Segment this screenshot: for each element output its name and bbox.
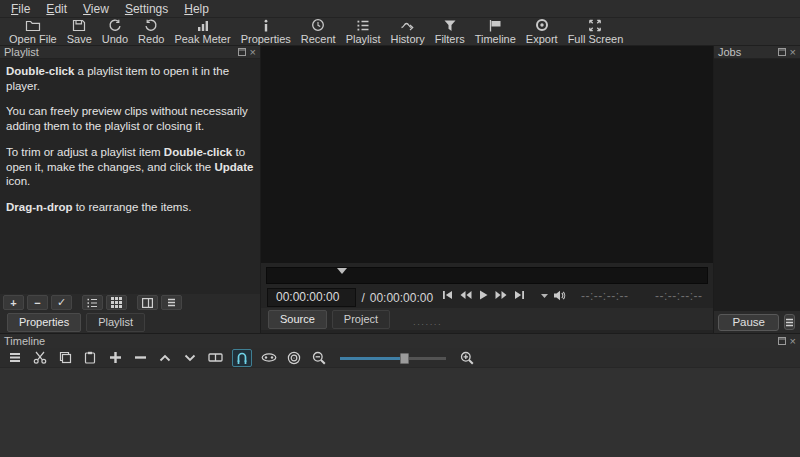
tab-properties[interactable]: Properties: [7, 313, 81, 332]
fast-forward-button[interactable]: [495, 290, 507, 300]
hamburger-menu-icon: [9, 352, 21, 363]
playlist-button[interactable]: Playlist: [341, 18, 386, 45]
update-button[interactable]: ✓: [51, 295, 72, 310]
rewind-button[interactable]: [460, 290, 472, 300]
menu-edit[interactable]: Edit: [38, 1, 75, 17]
volume-button[interactable]: [553, 290, 566, 301]
redo-button[interactable]: Redo: [133, 18, 169, 45]
skip-to-end-icon: [514, 290, 525, 300]
timeline-button[interactable]: Timeline: [470, 18, 521, 45]
pause-button[interactable]: Pause: [718, 314, 779, 331]
history-button[interactable]: History: [385, 18, 429, 45]
add-button[interactable]: +: [3, 295, 24, 310]
scrub-while-dragging-button[interactable]: [261, 349, 277, 367]
view-tiles-icon: [111, 297, 122, 308]
properties-button[interactable]: Properties: [236, 18, 296, 45]
playlist-menu-button[interactable]: [161, 295, 182, 310]
ripple-all-tracks-button[interactable]: [286, 349, 302, 367]
player-menu-button[interactable]: [540, 291, 549, 300]
toolbar-label: Peak Meter: [174, 33, 230, 45]
list-icon: [356, 18, 370, 32]
export-button[interactable]: Export: [521, 18, 563, 45]
tab-project[interactable]: Project: [332, 310, 390, 329]
overwrite-button[interactable]: [182, 349, 198, 367]
copy-icon: [59, 351, 72, 364]
tab-playlist[interactable]: Playlist: [86, 313, 145, 332]
undo-button[interactable]: Undo: [97, 18, 133, 45]
open-file-button[interactable]: Open File: [4, 18, 62, 45]
tab-source[interactable]: Source: [268, 310, 327, 329]
folder-icon: [25, 18, 41, 32]
clip-strip-button[interactable]: [207, 349, 223, 367]
timeline-tracks-area[interactable]: [0, 368, 800, 457]
toolbar-label: Filters: [435, 33, 465, 45]
main-toolbar: Open File Save Undo Redo Peak Meter: [0, 18, 800, 46]
duration-value: 00:00:00:00: [370, 291, 433, 305]
view-tiles-button[interactable]: [106, 295, 127, 310]
position-spinbox[interactable]: 00:00:00:00: [267, 288, 356, 307]
float-panel-icon[interactable]: [778, 337, 786, 345]
undo-arrow-icon: [108, 18, 122, 32]
float-panel-icon[interactable]: [778, 48, 786, 56]
fast-forward-icon: [495, 290, 507, 300]
timeline-panel: Timeline ×: [0, 333, 800, 457]
view-details-button[interactable]: [82, 295, 103, 310]
full-screen-button[interactable]: Full Screen: [563, 18, 629, 45]
concentric-circles-icon: [287, 351, 301, 365]
minus-icon: −: [34, 297, 40, 309]
ripple-delete-button[interactable]: [132, 349, 148, 367]
view-list-icon: [87, 298, 98, 308]
timeline-title-bar: Timeline ×: [0, 334, 800, 348]
history-arrow-icon: [400, 18, 415, 32]
filters-button[interactable]: Filters: [430, 18, 470, 45]
view-details-icon: [142, 298, 153, 308]
position-value: 00:00:00:00: [276, 290, 339, 304]
skip-to-end-button[interactable]: [514, 290, 525, 300]
menu-settings[interactable]: Settings: [117, 1, 176, 17]
rewind-icon: [460, 290, 472, 300]
recent-button[interactable]: Recent: [296, 18, 341, 45]
view-icons-button[interactable]: [137, 295, 158, 310]
jobs-bottom-bar: Pause: [714, 311, 800, 333]
slider-handle[interactable]: [400, 353, 409, 364]
timeline-title: Timeline: [4, 335, 45, 347]
playhead-marker[interactable]: [337, 268, 347, 279]
jobs-title: Jobs: [718, 46, 741, 58]
cut-button[interactable]: [32, 349, 48, 367]
menu-file[interactable]: File: [3, 1, 38, 17]
timeline-zoom-slider[interactable]: [340, 352, 446, 364]
play-button[interactable]: [479, 290, 488, 300]
clipboard-icon: [84, 351, 96, 364]
zoom-out-button[interactable]: [311, 349, 327, 367]
toolbar-label: History: [390, 33, 424, 45]
spinbox-arrows[interactable]: [347, 290, 353, 304]
menu-view[interactable]: View: [75, 1, 117, 17]
toolbar-label: Open File: [9, 33, 57, 45]
append-button[interactable]: [107, 349, 123, 367]
remove-button[interactable]: −: [27, 295, 48, 310]
peak-meter-button[interactable]: Peak Meter: [169, 18, 235, 45]
paste-button[interactable]: [82, 349, 98, 367]
toolbar-label: Redo: [138, 33, 164, 45]
close-panel-icon[interactable]: ×: [790, 337, 796, 346]
splitter-handle[interactable]: ·······: [413, 320, 442, 329]
snap-toggle-button[interactable]: [232, 349, 252, 367]
toolbar-label: Export: [526, 33, 558, 45]
save-button[interactable]: Save: [62, 18, 97, 45]
close-panel-icon[interactable]: ×: [250, 48, 256, 57]
jobs-menu-button[interactable]: [784, 314, 795, 330]
close-panel-icon[interactable]: ×: [790, 48, 796, 57]
menu-help[interactable]: Help: [176, 1, 217, 17]
jobs-title-bar: Jobs ×: [714, 46, 800, 59]
playlist-panel: Playlist × Double-click a playlist item …: [0, 46, 261, 333]
playlist-toolbar: + − ✓: [0, 294, 260, 311]
zoom-in-button[interactable]: [459, 349, 475, 367]
lift-button[interactable]: [157, 349, 173, 367]
floppy-icon: [72, 18, 86, 32]
timeline-menu-button[interactable]: [7, 349, 23, 367]
float-panel-icon[interactable]: [238, 48, 246, 56]
seek-bar[interactable]: [266, 267, 708, 284]
scissors-icon: [33, 351, 47, 364]
skip-to-start-button[interactable]: [442, 290, 453, 300]
copy-button[interactable]: [57, 349, 73, 367]
